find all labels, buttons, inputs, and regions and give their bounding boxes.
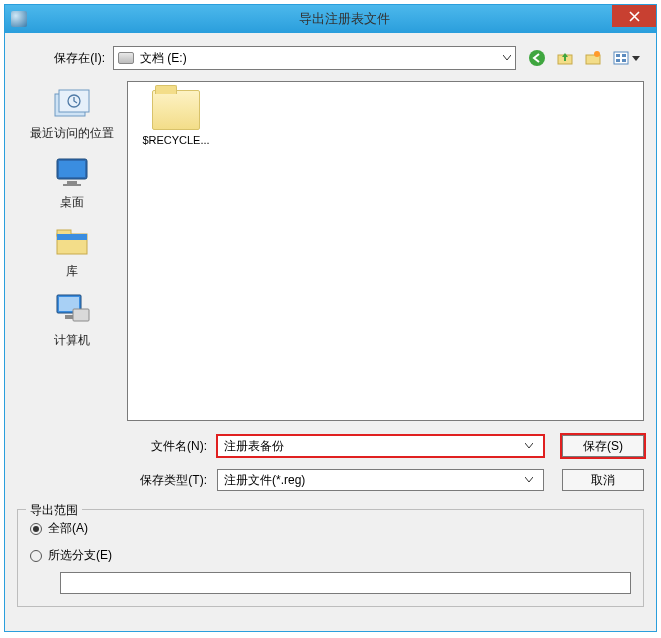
close-button[interactable]	[612, 5, 656, 27]
svg-rect-7	[616, 59, 620, 62]
chevron-down-icon	[503, 55, 511, 61]
places-sidebar: 最近访问的位置 桌面 库	[17, 81, 127, 421]
filename-label: 文件名(N):	[17, 438, 217, 455]
location-text: 文档 (E:)	[140, 50, 503, 67]
arrow-left-icon	[528, 49, 546, 67]
chevron-down-icon[interactable]	[525, 477, 539, 483]
disk-icon	[118, 52, 134, 64]
svg-point-3	[594, 51, 600, 57]
cancel-button[interactable]: 取消	[562, 469, 644, 491]
nav-buttons	[526, 47, 644, 69]
export-range-group: 导出范围 全部(A) 所选分支(E)	[17, 509, 644, 607]
new-folder-icon	[584, 49, 602, 67]
filename-input[interactable]: 注册表备份	[217, 435, 544, 457]
radio-all-label: 全部(A)	[48, 520, 88, 537]
radio-selected-branch[interactable]: 所选分支(E)	[30, 547, 631, 564]
svg-rect-13	[59, 161, 85, 177]
radio-branch-label: 所选分支(E)	[48, 547, 112, 564]
sidebar-item-label: 库	[66, 263, 78, 280]
folder-icon	[152, 90, 200, 130]
recent-places-icon	[50, 83, 94, 123]
export-registry-dialog: 导出注册表文件 保存在(I): 文档 (E:)	[4, 4, 657, 632]
filename-value: 注册表备份	[222, 438, 525, 455]
chevron-down-icon[interactable]	[525, 443, 539, 449]
sidebar-item-label: 最近访问的位置	[30, 125, 114, 142]
svg-rect-4	[614, 52, 628, 64]
radio-dot-icon	[30, 550, 42, 562]
cancel-button-label: 取消	[591, 472, 615, 489]
file-name: $RECYCLE...	[142, 134, 209, 146]
sidebar-item-label: 计算机	[54, 332, 90, 349]
window-title: 导出注册表文件	[33, 10, 656, 28]
filetype-label: 保存类型(T):	[17, 472, 217, 489]
filetype-value: 注册文件(*.reg)	[222, 472, 525, 489]
computer-icon	[50, 290, 94, 330]
filetype-row: 保存类型(T): 注册文件(*.reg) 取消	[17, 465, 644, 495]
svg-point-0	[529, 50, 545, 66]
svg-rect-6	[622, 54, 626, 57]
desktop-icon	[50, 152, 94, 192]
save-in-label: 保存在(I):	[17, 50, 113, 67]
regedit-icon	[11, 11, 27, 27]
view-menu-button[interactable]	[610, 47, 644, 69]
svg-rect-21	[65, 315, 73, 319]
sidebar-item-desktop[interactable]: 桌面	[17, 152, 127, 211]
form-rows: 文件名(N): 注册表备份 保存(S) 保存类型(T): 注册文件(*.reg)	[17, 427, 644, 495]
list-item[interactable]: $RECYCLE...	[136, 90, 216, 146]
location-combo[interactable]: 文档 (E:)	[113, 46, 516, 70]
main-row: 最近访问的位置 桌面 库	[17, 81, 644, 421]
dialog-body: 保存在(I): 文档 (E:)	[5, 33, 656, 631]
up-button[interactable]	[554, 47, 576, 69]
svg-rect-14	[67, 181, 77, 184]
export-range-legend: 导出范围	[26, 502, 82, 519]
titlebar: 导出注册表文件	[5, 5, 656, 33]
save-button-label: 保存(S)	[583, 438, 623, 455]
save-button[interactable]: 保存(S)	[562, 435, 644, 457]
view-icon	[612, 49, 642, 67]
svg-rect-22	[73, 309, 89, 321]
sidebar-item-libraries[interactable]: 库	[17, 221, 127, 280]
radio-all[interactable]: 全部(A)	[30, 520, 631, 537]
svg-rect-5	[616, 54, 620, 57]
file-list[interactable]: $RECYCLE...	[127, 81, 644, 421]
filename-row: 文件名(N): 注册表备份 保存(S)	[17, 431, 644, 461]
sidebar-item-label: 桌面	[60, 194, 84, 211]
back-button[interactable]	[526, 47, 548, 69]
svg-rect-15	[63, 184, 81, 186]
location-row: 保存在(I): 文档 (E:)	[17, 43, 644, 73]
folder-up-icon	[556, 49, 574, 67]
libraries-icon	[50, 221, 94, 261]
svg-rect-18	[57, 234, 87, 240]
filetype-combo[interactable]: 注册文件(*.reg)	[217, 469, 544, 491]
branch-path-input[interactable]	[60, 572, 631, 594]
radio-dot-icon	[30, 523, 42, 535]
close-icon	[629, 11, 640, 22]
sidebar-item-recent[interactable]: 最近访问的位置	[17, 83, 127, 142]
svg-rect-8	[622, 59, 626, 62]
sidebar-item-computer[interactable]: 计算机	[17, 290, 127, 349]
new-folder-button[interactable]	[582, 47, 604, 69]
